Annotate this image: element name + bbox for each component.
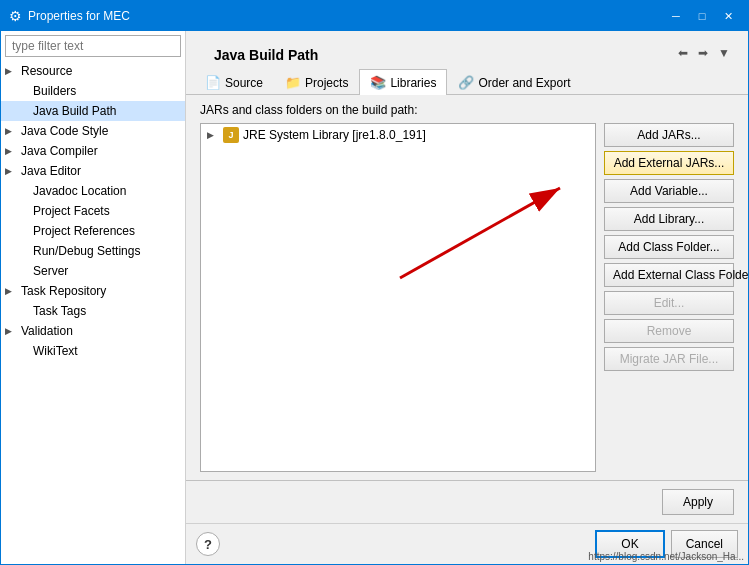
expand-arrow: ▶ (5, 326, 17, 336)
maximize-button[interactable]: □ (690, 6, 714, 26)
title-bar-left: ⚙ Properties for MEC (9, 8, 130, 24)
sidebar-item-label: Java Editor (21, 164, 81, 178)
projects-tab-icon: 📁 (285, 75, 301, 90)
title-bar-controls: ─ □ ✕ (664, 6, 740, 26)
close-button[interactable]: ✕ (716, 6, 740, 26)
sidebar-item-resource[interactable]: ▶ Resource (1, 61, 185, 81)
sidebar-item-validation[interactable]: ▶ Validation (1, 321, 185, 341)
sidebar-item-label: Builders (33, 84, 76, 98)
sidebar-tree: ▶ Resource Builders Java Build Path ▶ Ja… (1, 61, 185, 564)
nav-arrows: ⬅ ➡ ▼ (674, 44, 734, 62)
tab-label: Order and Export (478, 76, 570, 90)
sidebar-item-label: Run/Debug Settings (33, 244, 140, 258)
tab-source[interactable]: 📄 Source (194, 69, 274, 95)
sidebar-item-label: Validation (21, 324, 73, 338)
back-button[interactable]: ⬅ (674, 44, 692, 62)
apply-button[interactable]: Apply (662, 489, 734, 515)
order-export-tab-icon: 🔗 (458, 75, 474, 90)
sidebar: ▶ Resource Builders Java Build Path ▶ Ja… (1, 31, 186, 564)
sidebar-item-label: Project References (33, 224, 135, 238)
help-button[interactable]: ? (196, 532, 220, 556)
sidebar-item-javadoc-location[interactable]: Javadoc Location (1, 181, 185, 201)
library-label: JRE System Library [jre1.8.0_191] (243, 128, 426, 142)
tab-projects[interactable]: 📁 Projects (274, 69, 359, 95)
bottom-buttons: Apply (186, 480, 748, 523)
dialog-body: ▶ Resource Builders Java Build Path ▶ Ja… (1, 31, 748, 564)
add-jars-button[interactable]: Add JARs... (604, 123, 734, 147)
tab-label: Libraries (390, 76, 436, 90)
sidebar-item-label: Java Build Path (33, 104, 116, 118)
edit-button[interactable]: Edit... (604, 291, 734, 315)
sidebar-item-project-references[interactable]: Project References (1, 221, 185, 241)
tab-order-export[interactable]: 🔗 Order and Export (447, 69, 581, 95)
sidebar-item-task-repository[interactable]: ▶ Task Repository (1, 281, 185, 301)
sidebar-item-task-tags[interactable]: Task Tags (1, 301, 185, 321)
sidebar-item-java-compiler[interactable]: ▶ Java Compiler (1, 141, 185, 161)
window-icon: ⚙ (9, 8, 22, 24)
tab-label: Projects (305, 76, 348, 90)
filter-input[interactable] (5, 35, 181, 57)
add-class-folder-button[interactable]: Add Class Folder... (604, 235, 734, 259)
tab-label: Source (225, 76, 263, 90)
expand-arrow: ▶ (5, 166, 17, 176)
add-variable-button[interactable]: Add Variable... (604, 179, 734, 203)
header-nav-row: Java Build Path ⬅ ➡ ▼ (186, 31, 748, 69)
sidebar-item-label: Javadoc Location (33, 184, 126, 198)
expand-arrow: ▶ (5, 126, 17, 136)
window-title: Properties for MEC (28, 9, 130, 23)
sidebar-item-java-build-path[interactable]: Java Build Path (1, 101, 185, 121)
sidebar-item-label: Server (33, 264, 68, 278)
forward-button[interactable]: ➡ (694, 44, 712, 62)
content-area: JARs and class folders on the build path… (186, 95, 748, 480)
build-path-panel: ▶ J JRE System Library [jre1.8.0_191] Ad… (200, 123, 734, 472)
remove-button[interactable]: Remove (604, 319, 734, 343)
sidebar-item-java-editor[interactable]: ▶ Java Editor (1, 161, 185, 181)
library-icon: J (223, 127, 239, 143)
add-external-class-folder-button[interactable]: Add External Class Folder... (604, 263, 734, 287)
expand-arrow: ▶ (207, 130, 219, 140)
sidebar-item-server[interactable]: Server (1, 261, 185, 281)
main-content: Java Build Path ⬅ ➡ ▼ 📄 Source 📁 Project… (186, 31, 748, 564)
sidebar-item-label: Project Facets (33, 204, 110, 218)
title-bar: ⚙ Properties for MEC ─ □ ✕ (1, 1, 748, 31)
sidebar-item-run-debug-settings[interactable]: Run/Debug Settings (1, 241, 185, 261)
migrate-jar-button[interactable]: Migrate JAR File... (604, 347, 734, 371)
watermark: https://blog.csdn.net/Jackson_Ha... (588, 551, 744, 562)
sidebar-item-label: Task Repository (21, 284, 106, 298)
build-path-label: JARs and class folders on the build path… (200, 103, 734, 117)
tab-bar: 📄 Source 📁 Projects 📚 Libraries 🔗 Order … (186, 69, 748, 95)
sidebar-item-project-facets[interactable]: Project Facets (1, 201, 185, 221)
action-buttons: Add JARs... Add External JARs... Add Var… (604, 123, 734, 472)
sidebar-item-label: Java Compiler (21, 144, 98, 158)
sidebar-item-label: Task Tags (33, 304, 86, 318)
sidebar-item-label: Java Code Style (21, 124, 108, 138)
expand-arrow: ▶ (5, 66, 17, 76)
libraries-tree[interactable]: ▶ J JRE System Library [jre1.8.0_191] (200, 123, 596, 472)
libraries-tab-icon: 📚 (370, 75, 386, 90)
jre-library-item[interactable]: ▶ J JRE System Library [jre1.8.0_191] (201, 124, 595, 146)
page-title: Java Build Path (200, 37, 332, 69)
sidebar-item-wikitext[interactable]: WikiText (1, 341, 185, 361)
add-library-button[interactable]: Add Library... (604, 207, 734, 231)
source-tab-icon: 📄 (205, 75, 221, 90)
sidebar-item-builders[interactable]: Builders (1, 81, 185, 101)
dropdown-button[interactable]: ▼ (714, 44, 734, 62)
minimize-button[interactable]: ─ (664, 6, 688, 26)
expand-arrow: ▶ (5, 286, 17, 296)
tab-libraries[interactable]: 📚 Libraries (359, 69, 447, 95)
sidebar-item-label: Resource (21, 64, 72, 78)
sidebar-item-java-code-style[interactable]: ▶ Java Code Style (1, 121, 185, 141)
properties-dialog: ⚙ Properties for MEC ─ □ ✕ ▶ Resource Bu… (0, 0, 749, 565)
sidebar-item-label: WikiText (33, 344, 78, 358)
expand-arrow: ▶ (5, 146, 17, 156)
add-external-jars-button[interactable]: Add External JARs... (604, 151, 734, 175)
